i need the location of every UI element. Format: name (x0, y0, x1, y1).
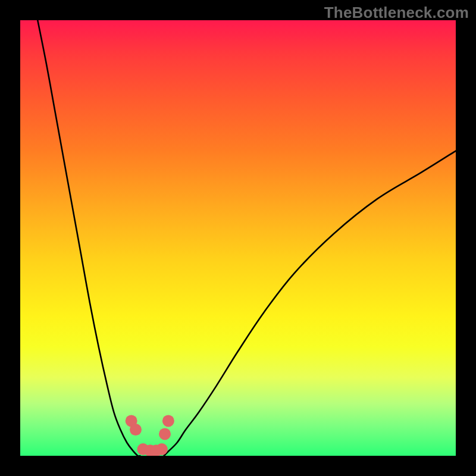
curve-layer (37, 20, 456, 456)
left-decay-curve (37, 20, 140, 456)
dot-marker (159, 428, 171, 440)
plot-area (20, 20, 456, 456)
right-rise-curve (164, 151, 456, 456)
dot-marker (130, 424, 142, 436)
dot-marker (156, 443, 168, 455)
watermark-text: TheBottleneck.com (324, 4, 469, 22)
dot-marker (162, 415, 174, 427)
chart-frame: TheBottleneck.com (0, 0, 476, 476)
chart-svg (20, 20, 456, 456)
